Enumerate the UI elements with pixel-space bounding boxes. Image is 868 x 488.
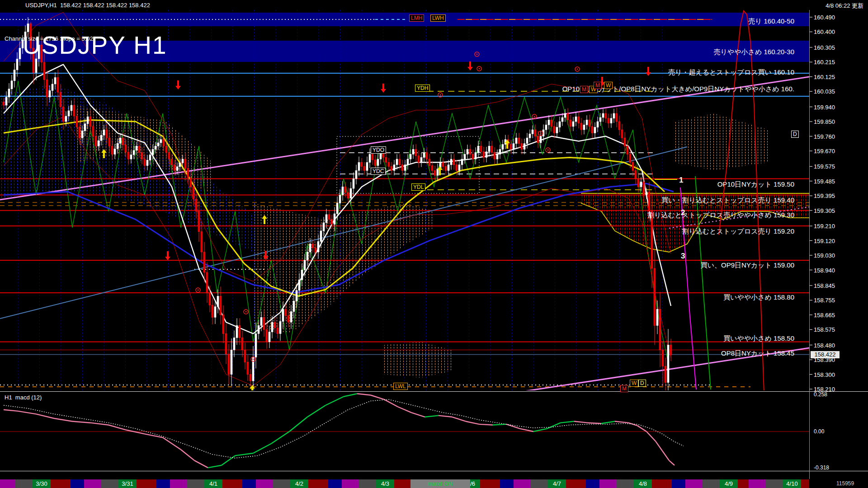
annotation-10: 買いやや小さめ 158.50 xyxy=(723,334,794,343)
annotation-0: 売り 160.40-50 xyxy=(748,17,794,26)
annotation-4: OP10日NYカット 159.50 xyxy=(717,180,794,189)
macd-line xyxy=(466,421,479,424)
sell-arrow-icon xyxy=(467,67,473,70)
symbol-info: USDJPY,H1 158.422 158.422 158.422 158.42… xyxy=(25,2,150,9)
date-axis-label: 4/2 xyxy=(295,480,303,487)
macd-scale-label: -0.318 xyxy=(814,465,829,471)
macd-line xyxy=(384,399,398,407)
macd-line xyxy=(36,414,54,418)
macd-line xyxy=(628,423,637,426)
buy-arrow-icon xyxy=(437,166,443,170)
macd-line xyxy=(425,416,439,417)
date-axis-label: 4/1 xyxy=(209,480,217,487)
price-axis-label: 160.215 xyxy=(814,59,835,66)
price-axis-label: 159.940 xyxy=(814,104,835,111)
date-axis-label: 4/3 xyxy=(381,480,389,487)
macd-line xyxy=(357,394,371,395)
macd-line xyxy=(344,394,357,396)
level-tag-ydh: YDH xyxy=(415,84,430,92)
price-axis-label: 158.480 xyxy=(814,342,835,349)
level-tag-m: M xyxy=(594,82,602,89)
price-axis-label: 158.300 xyxy=(814,371,835,378)
level-tag-d: D xyxy=(791,131,799,138)
price-axis-label: 158.755 xyxy=(814,297,835,304)
level-tag-lwl: LWL xyxy=(393,383,408,390)
level-tag-ydc: YDC xyxy=(371,168,386,175)
macd-line xyxy=(181,450,194,460)
macd-line xyxy=(520,429,533,432)
annotation-2: 売り・超えるとストップロス買い 160.10 xyxy=(668,68,794,77)
price-axis-label: 159.760 xyxy=(814,133,835,140)
macd-signal-line xyxy=(4,399,684,458)
price-axis-label: 159.670 xyxy=(814,148,835,155)
macd-line xyxy=(398,407,411,413)
macd-line xyxy=(439,416,452,417)
level-tag-m: M xyxy=(620,385,628,392)
annotation-5: 買い・割り込むとストップロス売り 159.40 xyxy=(661,196,794,205)
price-axis-label: 160.125 xyxy=(814,74,835,80)
macd-line xyxy=(145,434,163,437)
date-axis-label: 4/7 xyxy=(553,480,561,487)
current-price-tag: 158.422 xyxy=(811,351,840,358)
annotation-7: 割り込むとストップロス売り 159.20 xyxy=(682,227,794,236)
date-axis-label: 3/30 xyxy=(36,480,47,487)
macd-line xyxy=(533,429,547,432)
macd-line xyxy=(271,432,289,444)
macd-line xyxy=(108,425,127,430)
macd-line xyxy=(574,421,588,422)
level-tag-ydo: YDO xyxy=(371,146,386,154)
macd-line xyxy=(235,453,253,455)
macd-on-button[interactable]: macd ON xyxy=(410,479,470,488)
wave-count-label: 1 xyxy=(679,176,683,185)
macd-line xyxy=(656,441,662,450)
macd-line xyxy=(547,423,561,429)
macd-line xyxy=(307,405,326,417)
last-tick-time: 115959 xyxy=(836,480,854,487)
macd-line xyxy=(561,421,574,422)
date-axis-label: 4/10 xyxy=(786,480,797,487)
macd-line xyxy=(54,418,72,421)
update-time: 4/8 06:22 更新 xyxy=(826,2,863,10)
level-tag-d: D xyxy=(638,380,646,387)
macd-line xyxy=(452,417,466,422)
macd-line xyxy=(371,395,384,400)
macd-line xyxy=(493,424,506,425)
annotation-11: OP8日NYカット 158.45 xyxy=(721,349,794,358)
macd-scale-label: 0.00 xyxy=(814,428,824,435)
price-axis-label: 160.400 xyxy=(814,28,835,35)
macd-line xyxy=(615,421,628,422)
price-axis-label: 158.665 xyxy=(814,312,835,319)
macd-line xyxy=(326,397,344,405)
period-tag: M xyxy=(580,86,588,93)
annotation-8: 買い、OP9日NYカット 159.00 xyxy=(701,261,794,270)
ichimoku-cloud xyxy=(0,84,253,252)
price-axis-label: 158.940 xyxy=(814,267,835,274)
price-axis-label: 159.485 xyxy=(814,178,835,185)
level-tag-w: W xyxy=(630,380,638,387)
price-axis-label: 159.395 xyxy=(814,192,835,199)
price-axis-label: 159.305 xyxy=(814,207,835,214)
annotation-1: 売りやや小さめ 160.20-30 xyxy=(714,48,794,56)
macd-line xyxy=(479,424,493,425)
chart-watermark-title: USDJPY H1 xyxy=(23,31,167,60)
annotation-9: 買いやや小さめ 158.80 xyxy=(723,293,794,302)
date-axis-label: 3/31 xyxy=(122,480,133,487)
date-axis-label: 4/8 xyxy=(639,480,647,487)
macd-line xyxy=(669,460,675,465)
chart-header: USDJPY,H1 158.422 158.422 158.422 158.42… xyxy=(0,0,868,10)
price-axis-label: 160.035 xyxy=(814,88,835,95)
annotation-6: 割り込むとストップロス売りやや小さめ 159.30 xyxy=(647,211,794,220)
price-axis-label: 159.120 xyxy=(814,238,835,244)
level-tag-w: W xyxy=(604,82,613,89)
ichimoku-cloud xyxy=(253,203,434,334)
macd-line xyxy=(208,465,222,468)
price-axis-label: 159.210 xyxy=(814,223,835,230)
price-axis-label: 159.850 xyxy=(814,118,835,125)
macd-line xyxy=(662,451,669,460)
macd-line xyxy=(601,421,615,423)
macd-line xyxy=(506,424,520,429)
ichimoku-cloud xyxy=(384,342,452,377)
macd-line xyxy=(411,413,425,417)
level-tag-ydl: YDL xyxy=(411,183,425,191)
price-axis-label: 159.575 xyxy=(814,163,835,170)
